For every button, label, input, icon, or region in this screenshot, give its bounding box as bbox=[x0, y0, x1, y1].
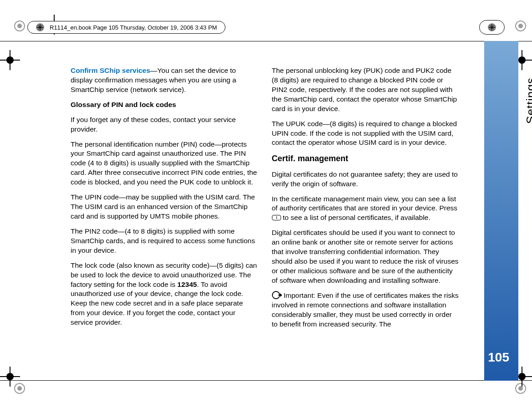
paragraph: If you forget any of these codes, contac… bbox=[71, 115, 258, 134]
paragraph: The personal identification number (PIN)… bbox=[71, 140, 258, 188]
svg-point-3 bbox=[518, 24, 523, 28]
text: In the certificate management main view,… bbox=[272, 195, 458, 212]
important-icon bbox=[272, 291, 282, 299]
paragraph: In the certificate management main view,… bbox=[272, 194, 460, 223]
header-frame: R1114_en.book Page 105 Thursday, October… bbox=[27, 21, 225, 34]
crosshair-icon bbox=[0, 49, 21, 71]
link-term: Confirm SChip services bbox=[71, 66, 150, 74]
top-divider bbox=[0, 41, 532, 41]
paragraph: Digital certificates should be used if y… bbox=[272, 228, 460, 286]
section-heading: Certif. management bbox=[272, 153, 460, 164]
registration-mark-icon bbox=[515, 20, 527, 32]
header-text: R1114_en.book Page 105 Thursday, October… bbox=[50, 24, 217, 31]
side-tab-label: Settings bbox=[524, 77, 532, 124]
page-content: Confirm SChip services—You can set the d… bbox=[71, 66, 459, 367]
paragraph: Important: Even if the use of certificat… bbox=[272, 291, 460, 329]
paragraph: Digital certificates do not guarantee sa… bbox=[272, 170, 460, 189]
paragraph: The UPUK code—(8 digits) is required to … bbox=[272, 119, 460, 148]
page-number: 105 bbox=[488, 350, 509, 365]
text: The lock code (also known as security co… bbox=[71, 261, 257, 288]
text: to see a list of personal certificates, … bbox=[281, 214, 430, 221]
lock-code-value: 12345 bbox=[177, 280, 197, 288]
registration-mark-icon bbox=[14, 20, 26, 32]
header-crosshair-icon bbox=[36, 23, 44, 31]
crosshair-icon bbox=[0, 366, 21, 388]
paragraph: The PIN2 code—(4 to 8 digits) is supplie… bbox=[71, 227, 258, 255]
glossary-heading: Glossary of PIN and lock codes bbox=[71, 100, 258, 110]
paragraph: The UPIN code—may be supplied with the U… bbox=[71, 193, 258, 221]
scroll-key-icon bbox=[272, 215, 281, 220]
paragraph: The lock code (also known as security co… bbox=[71, 261, 258, 327]
header-right-frame bbox=[479, 20, 505, 35]
side-tab bbox=[484, 41, 518, 381]
paragraph: The personal unblocking key (PUK) code a… bbox=[272, 66, 460, 114]
document-header: R1114_en.book Page 105 Thursday, October… bbox=[27, 18, 505, 36]
bottom-divider bbox=[0, 380, 532, 381]
paragraph: Confirm SChip services—You can set the d… bbox=[71, 66, 258, 95]
text: Important: Even if the use of certificat… bbox=[272, 291, 459, 328]
right-column: The personal unblocking key (PUK) code a… bbox=[272, 66, 460, 367]
svg-point-1 bbox=[17, 24, 22, 28]
left-column: Confirm SChip services—You can set the d… bbox=[71, 66, 258, 367]
header-crosshair-icon bbox=[488, 23, 496, 31]
